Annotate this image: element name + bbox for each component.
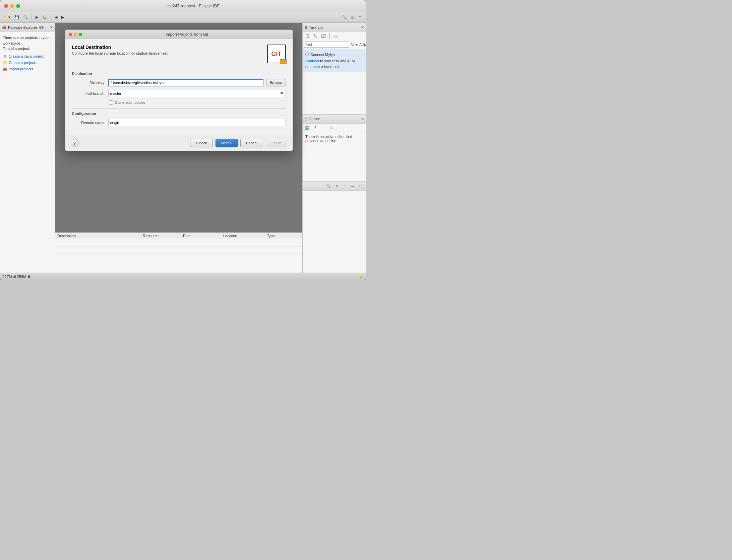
toolbar-java-perspective-btn[interactable]: ☕: [356, 14, 364, 20]
toolbar-save-btn[interactable]: 💾: [13, 14, 21, 20]
find-activ-label: Activ...: [359, 43, 366, 47]
toolbar-forward-btn[interactable]: ▶: [60, 14, 66, 20]
package-explorer-content: There are no projects in your workspace.…: [0, 32, 55, 273]
toolbar-run-btn[interactable]: ▶: [34, 14, 40, 20]
maximize-icon[interactable]: □: [357, 183, 364, 189]
connect-text-3: or: [305, 65, 310, 69]
maximize-button[interactable]: [16, 4, 20, 8]
traffic-lights: [4, 4, 20, 8]
task-filter-btn[interactable]: 🔧: [312, 33, 319, 40]
configuration-section-label: Configuration: [72, 109, 286, 116]
help-button[interactable]: ?: [71, 139, 79, 147]
col-path: Path: [183, 234, 223, 238]
outline-minimize-btn[interactable]: —: [320, 124, 327, 131]
outline-sort-btn[interactable]: 🔤: [304, 124, 311, 131]
toolbar-sep-2: [51, 14, 51, 20]
toolbar-search-global-btn[interactable]: 🔍: [340, 14, 348, 20]
outline-title: Outline: [309, 117, 320, 121]
outline-content: There is no active editor that provides …: [303, 132, 366, 145]
finish-button: Finish: [266, 139, 287, 147]
git-icon: GIT: [267, 45, 286, 63]
find-input[interactable]: [304, 42, 349, 48]
back-button[interactable]: < Back: [190, 139, 213, 147]
create-project-link[interactable]: 📁 Create a project...: [3, 61, 52, 65]
task-list-panel: ☰ Task List ✕ 📋 🔧 🔄 — ⋮ All ▶ Activ...: [303, 23, 366, 115]
garbage-collect-btn[interactable]: 🗑: [27, 275, 31, 279]
window-title: cse247-repotest - Eclipse IDE: [24, 4, 362, 8]
task-new-btn[interactable]: 📋: [304, 33, 311, 40]
task-list-close-icon[interactable]: ✕: [361, 25, 364, 29]
toolbar-sep-1: [32, 14, 32, 20]
task-list-header: ☰ Task List ✕: [303, 23, 366, 32]
find-bar: All ▶ Activ...: [303, 40, 366, 49]
toolbar-back-btn[interactable]: ◀: [53, 14, 59, 20]
problems-row-1: [55, 239, 302, 247]
problems-row-2: [55, 247, 302, 254]
dialog-header-desc: Configure the local storage location for…: [72, 51, 267, 55]
dialog-max-button[interactable]: [79, 33, 82, 36]
filter-icon[interactable]: 🔍: [325, 183, 332, 189]
toolbar-perspective-btn[interactable]: ⊞: [349, 14, 355, 20]
find-all-label: All: [351, 43, 354, 47]
col-type: Type: [267, 234, 300, 238]
outline-close-icon[interactable]: ✕: [361, 117, 364, 121]
problems-row-3: [55, 254, 302, 261]
bottom-right-actions: 🔍 ✕ ⋮ — □: [325, 183, 364, 189]
import-dialog: Import Projects from Git Local Destinati…: [65, 29, 293, 151]
minimize-icon[interactable]: —: [349, 183, 356, 189]
cancel-button[interactable]: Cancel: [240, 139, 263, 147]
find-arrow-icon: ▶: [356, 43, 358, 46]
import-icon: 📥: [3, 67, 7, 71]
package-explorer-close-icon[interactable]: ✕: [50, 25, 53, 29]
clone-submodules-checkbox[interactable]: [109, 100, 113, 104]
import-projects-link[interactable]: 📥 Import projects...: [3, 67, 52, 71]
right-panel: ☰ Task List ✕ 📋 🔧 🔄 — ⋮ All ▶ Activ...: [302, 23, 366, 273]
status-bar: 117M of 256M 🗑 💡: [0, 273, 366, 280]
package-explorer-empty-text: There are no projects in your workspace.…: [3, 35, 52, 52]
dialog-body: Local Destination Configure the local st…: [65, 39, 293, 135]
close-button[interactable]: [4, 4, 8, 8]
notification-icon: 💡: [359, 274, 363, 279]
toolbar-file-btn[interactable]: 📁▾: [2, 14, 12, 20]
initial-branch-select[interactable]: master: [108, 90, 286, 97]
clone-submodules-row: Clone submodules: [109, 100, 286, 104]
create-link[interactable]: create: [310, 65, 320, 69]
outline-toolbar: 🔤 ⋮ — □: [303, 124, 366, 132]
remote-name-label: Remote name:: [72, 121, 106, 125]
toolbar-search-btn[interactable]: 🔍: [21, 14, 29, 20]
connect-text-2: to your task and ALM: [320, 59, 355, 63]
remote-name-input[interactable]: [108, 119, 286, 126]
minimize-button[interactable]: [10, 4, 14, 8]
task-collapse-btn[interactable]: —: [332, 33, 339, 40]
connect-link[interactable]: Connect: [305, 59, 319, 63]
create-java-project-link[interactable]: ☕ Create a Java project: [3, 54, 52, 59]
task-sep-1: [329, 33, 330, 39]
destination-section-label: Destination: [72, 69, 286, 76]
dialog-footer: ? < Back Next > Cancel Finish: [65, 135, 293, 151]
task-list-toolbar: 📋 🔧 🔄 — ⋮: [303, 32, 366, 40]
main-area: 📦 Package Explorer 5 ✕ There are no proj…: [0, 23, 366, 273]
dialog-close-button[interactable]: [69, 33, 72, 36]
outline-menu-btn[interactable]: ⋮: [312, 124, 319, 131]
next-button[interactable]: Next >: [216, 139, 238, 147]
left-panel: 📦 Package Explorer 5 ✕ There are no proj…: [0, 23, 55, 273]
package-explorer-title: Package Explorer: [8, 25, 37, 29]
directory-label: Directory:: [72, 81, 106, 85]
connect-text-5: a local task.: [321, 65, 340, 69]
dialog-header: Local Destination Configure the local st…: [72, 45, 286, 63]
directory-input[interactable]: [108, 79, 263, 86]
center-area: Import Projects from Git Local Destinati…: [55, 23, 302, 273]
outline-header: ⊡ Outline ✕: [303, 115, 366, 124]
browse-button[interactable]: Browse: [266, 79, 286, 86]
outline-maximize-btn[interactable]: □: [328, 124, 335, 131]
menu-icon[interactable]: ⋮: [341, 183, 348, 189]
clear-icon[interactable]: ✕: [333, 183, 340, 189]
toolbar-debug-btn[interactable]: 🐛: [41, 14, 49, 20]
java-project-icon: ☕: [3, 54, 7, 59]
task-menu-btn[interactable]: ⋮: [341, 33, 347, 40]
task-sync-btn[interactable]: 🔄: [320, 33, 327, 40]
dialog-title-bar: Import Projects from Git: [65, 30, 293, 39]
main-window: cse247-repotest - Eclipse IDE 📁▾ 💾 🔍 ▶ 🐛…: [0, 0, 366, 280]
remote-name-row: Remote name:: [72, 119, 286, 126]
dialog-min-button[interactable]: [74, 33, 77, 36]
